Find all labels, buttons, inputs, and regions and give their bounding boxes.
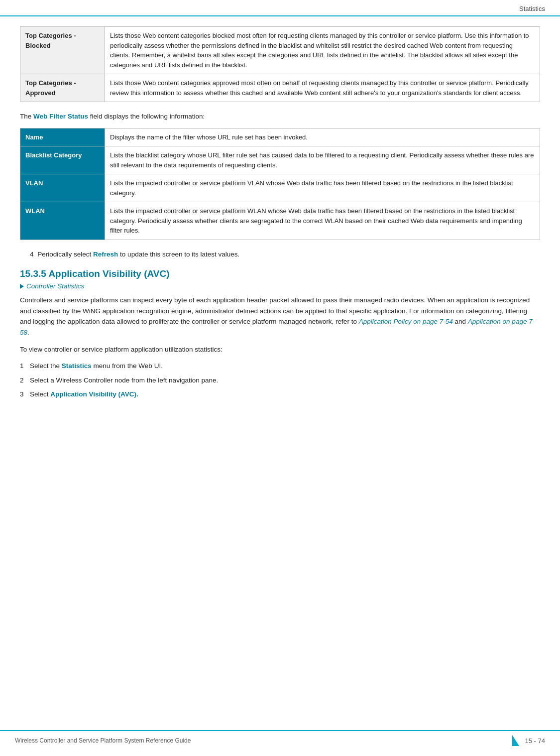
header-title: Statistics	[519, 5, 545, 12]
wlan-content: Lists the impacted controller or service…	[105, 202, 540, 240]
page-header: Statistics	[0, 0, 560, 16]
table-row: VLAN Lists the impacted controller or se…	[20, 174, 540, 202]
controller-stats-link[interactable]: Controller Statistics	[20, 282, 540, 290]
step-2-number: 2	[20, 375, 24, 386]
step-4-text-before: Periodically select	[37, 251, 93, 258]
table-row: WLAN Lists the impacted controller or se…	[20, 202, 540, 240]
avc-label: Application Visibility (AVC).	[50, 390, 138, 398]
table-row: Top Categories -Blocked Lists those Web …	[20, 27, 540, 74]
step-1-number: 1	[20, 361, 24, 372]
step-4-text-after: to update this screen to its latest valu…	[118, 251, 239, 258]
filter-status-table: Name Displays the name of the filter who…	[20, 128, 540, 240]
web-filter-after-text: field displays the following information…	[88, 113, 205, 120]
top-categories-table-wrap: Top Categories -Blocked Lists those Web …	[20, 26, 540, 102]
view-para: To view controller or service platform a…	[20, 344, 540, 355]
web-filter-intro-para: The Web Filter Status field displays the…	[20, 111, 540, 122]
step-1-text: Select the Statistics menu from the Web …	[30, 362, 163, 370]
step-2-text: Select a Wireless Controller node from t…	[30, 377, 218, 384]
list-item: 2 Select a Wireless Controller node from…	[20, 375, 540, 386]
footer-slash-icon	[512, 735, 519, 746]
table-row: Top Categories -Approved Lists those Web…	[20, 74, 540, 102]
list-item: 1 Select the Statistics menu from the We…	[20, 361, 540, 372]
step-4-number: 4	[30, 249, 34, 260]
table-row: Name Displays the name of the filter who…	[20, 128, 540, 146]
refresh-label: Refresh	[93, 251, 118, 258]
footer-left-text: Wireless Controller and Service Platform…	[15, 737, 191, 744]
body-and-text: and	[453, 318, 468, 325]
body-paragraph: Controllers and service platforms can in…	[20, 295, 540, 338]
step-3-text: Select Application Visibility (AVC).	[30, 390, 138, 398]
top-blocked-content: Lists those Web content categories block…	[105, 27, 540, 74]
controller-stats-label: Controller Statistics	[26, 282, 84, 290]
table-row: Blacklist Category Lists the blacklist c…	[20, 146, 540, 174]
blacklist-category-content: Lists the blacklist category whose URL f…	[105, 146, 540, 174]
vlan-content: Lists the impacted controller or service…	[105, 174, 540, 202]
step-4-para: 4 Periodically select Refresh to update …	[20, 249, 540, 260]
top-approved-label: Top Categories -Approved	[20, 74, 105, 102]
top-approved-content: Lists those Web content categories appro…	[105, 74, 540, 102]
top-categories-table: Top Categories -Blocked Lists those Web …	[20, 26, 540, 102]
blacklist-category-label: Blacklist Category	[20, 146, 105, 174]
page-content: Top Categories -Blocked Lists those Web …	[0, 16, 560, 434]
triangle-icon	[20, 284, 24, 289]
statistics-label: Statistics	[62, 362, 92, 370]
wlan-label: WLAN	[20, 202, 105, 240]
steps-list: 1 Select the Statistics menu from the We…	[20, 361, 540, 400]
app-policy-link[interactable]: Application Policy on page 7-54	[359, 318, 453, 325]
name-label: Name	[20, 128, 105, 146]
section-heading: 15.3.5 Application Visibility (AVC)	[20, 268, 540, 279]
footer-right: 15 - 74	[512, 735, 545, 746]
step-3-number: 3	[20, 389, 24, 400]
footer-page-number: 15 - 74	[525, 737, 545, 745]
top-blocked-label: Top Categories -Blocked	[20, 27, 105, 74]
vlan-label: VLAN	[20, 174, 105, 202]
list-item: 3 Select Application Visibility (AVC).	[20, 389, 540, 400]
web-filter-status-label: Web Filter Status	[33, 113, 88, 120]
web-filter-intro-text: The	[20, 113, 33, 120]
page-footer: Wireless Controller and Service Platform…	[0, 730, 560, 746]
body-end-text: .	[27, 329, 29, 336]
view-para-text: To view controller or service platform a…	[20, 346, 223, 353]
name-content: Displays the name of the filter whose UR…	[105, 128, 540, 146]
